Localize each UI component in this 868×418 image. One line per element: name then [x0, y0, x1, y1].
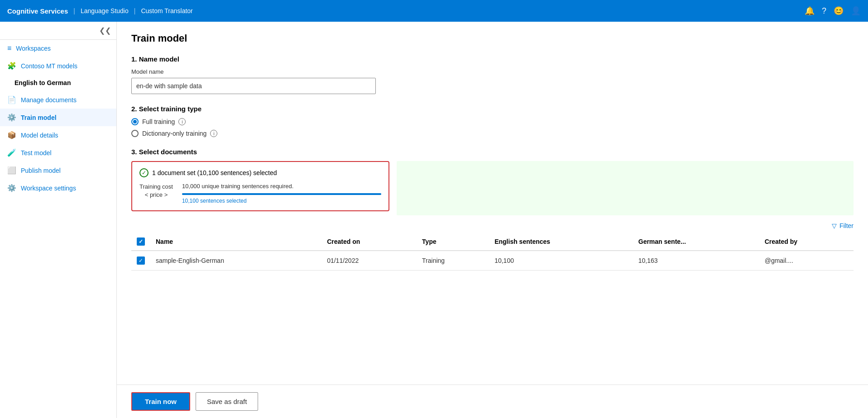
radio-dict-training[interactable]: Dictionary-only training i [131, 130, 854, 137]
row-created-by: @gmail.... [759, 251, 854, 271]
section-select-docs: 3. Select documents ✓ 1 document set (10… [131, 148, 854, 271]
train-now-button[interactable]: Train now [131, 392, 190, 411]
th-created-by: Created by [759, 233, 854, 251]
save-as-draft-button[interactable]: Save as draft [196, 392, 258, 411]
row-german-sentences: 10,163 [633, 251, 759, 271]
language-studio-link[interactable]: Language Studio [81, 7, 129, 14]
sidebar-label-model-details: Model details [21, 132, 58, 139]
custom-translator-link[interactable]: Custom Translator [141, 7, 192, 14]
cost-detail: 10,000 unique training sentences require… [182, 183, 381, 204]
th-german-sentences: German sente... [633, 233, 759, 251]
main-layout: ❮❮ ≡ Workspaces 🧩 Contoso MT models Engl… [0, 22, 868, 418]
user-icon[interactable]: 😊 [834, 6, 844, 16]
publish-model-icon: ⬜ [7, 166, 16, 175]
sidebar-item-model-details[interactable]: 📦 Model details [0, 126, 116, 144]
header-checkbox[interactable]: ✓ [137, 238, 145, 246]
model-name-input[interactable] [131, 78, 376, 94]
top-nav: Cognitive Services | Language Studio | C… [0, 0, 868, 22]
info-icon-full[interactable]: i [178, 118, 186, 125]
row-type: Training [417, 251, 489, 271]
account-icon[interactable]: 👤 [851, 6, 861, 16]
th-checkbox: ✓ [131, 233, 150, 251]
table-header-row: ✓ Name Created on Type English sentences… [131, 233, 854, 251]
radio-label-dict: Dictionary-only training [142, 130, 206, 137]
sidebar-collapse-button[interactable]: ❮❮ [99, 26, 111, 35]
model-name-label: Model name [131, 68, 854, 75]
table-body: ✓ sample-English-German 01/11/2022 Train… [131, 251, 854, 271]
green-highlight-area [397, 161, 854, 215]
sidebar: ❮❮ ≡ Workspaces 🧩 Contoso MT models Engl… [0, 22, 117, 418]
cost-required-text: 10,000 unique training sentences require… [182, 183, 381, 190]
sidebar-item-manage-docs[interactable]: 📄 Manage documents [0, 91, 116, 109]
manage-docs-icon: 📄 [7, 95, 16, 104]
radio-circle-dict [131, 130, 139, 137]
table-header: ✓ Name Created on Type English sentences… [131, 233, 854, 251]
section-training-type: 2. Select training type Full training i … [131, 105, 854, 137]
sidebar-item-train-model[interactable]: ⚙️ Train model [0, 109, 116, 126]
nav-sep-2: | [134, 7, 136, 14]
row-checkbox[interactable]: ✓ [137, 256, 145, 265]
section2-title: 2. Select training type [131, 105, 854, 113]
progress-label: 10,100 sentences selected [182, 198, 381, 204]
sidebar-item-publish-model[interactable]: ⬜ Publish model [0, 162, 116, 179]
table-row: ✓ sample-English-German 01/11/2022 Train… [131, 251, 854, 271]
sidebar-label-contoso: Contoso MT models [21, 62, 77, 70]
th-type: Type [417, 233, 489, 251]
sidebar-label-workspaces: Workspaces [16, 45, 51, 52]
sidebar-header: ❮❮ [0, 22, 116, 40]
status-header: ✓ 1 document set (10,100 sentences) sele… [139, 168, 381, 177]
th-english-sentences: English sentences [489, 233, 633, 251]
test-model-icon: 🧪 [7, 148, 16, 157]
radio-circle-full [131, 118, 139, 125]
section-name-model: 1. Name model Model name [131, 55, 854, 94]
workspaces-icon: ≡ [7, 44, 11, 52]
row-english-sentences: 10,100 [489, 251, 633, 271]
cost-price-text: < price > [145, 191, 168, 198]
filter-button[interactable]: ▽ Filter [832, 222, 854, 229]
action-bar: Train now Save as draft [117, 385, 868, 418]
sidebar-label-manage-docs: Manage documents [21, 96, 77, 104]
nav-sep-1: | [73, 7, 75, 14]
sidebar-item-workspace-settings[interactable]: ⚙️ Workspace settings [0, 179, 116, 197]
status-box: ✓ 1 document set (10,100 sentences) sele… [131, 161, 389, 211]
content-area: Train model 1. Name model Model name 2. … [117, 22, 868, 418]
sidebar-label-publish-model: Publish model [21, 167, 61, 174]
filter-label: Filter [839, 222, 854, 229]
train-model-icon: ⚙️ [7, 113, 16, 122]
model-details-icon: 📦 [7, 131, 16, 139]
bell-icon[interactable]: 🔔 [805, 6, 815, 16]
help-icon[interactable]: ? [822, 6, 826, 16]
sidebar-item-contoso[interactable]: 🧩 Contoso MT models [0, 57, 116, 75]
sidebar-label-train-model: Train model [21, 114, 57, 121]
progress-bar-fill [182, 193, 381, 195]
page-title: Train model [131, 33, 854, 44]
nav-icons: 🔔 ? 😊 👤 [805, 6, 861, 16]
info-icon-dict[interactable]: i [210, 130, 217, 137]
sidebar-item-workspaces[interactable]: ≡ Workspaces [0, 40, 116, 57]
sidebar-label-workspace-settings: Workspace settings [21, 185, 76, 192]
filter-icon: ▽ [832, 222, 837, 229]
section1-title: 1. Name model [131, 55, 854, 63]
cost-label-text: Training cost [139, 183, 173, 190]
status-text: 1 document set (10,100 sentences) select… [152, 169, 277, 176]
th-created-on: Created on [321, 233, 417, 251]
row-created-on: 01/11/2022 [321, 251, 417, 271]
progress-bar-wrap [182, 193, 381, 195]
content-inner: Train model 1. Name model Model name 2. … [117, 22, 868, 385]
brand-label: Cognitive Services [7, 7, 68, 15]
status-check-icon: ✓ [139, 168, 149, 177]
sidebar-item-test-model[interactable]: 🧪 Test model [0, 144, 116, 162]
radio-full-training[interactable]: Full training i [131, 118, 854, 125]
sidebar-item-english-german[interactable]: English to German [0, 75, 116, 91]
cost-label: Training cost < price > [139, 183, 173, 199]
sidebar-label-english-german: English to German [14, 79, 71, 86]
cost-row: Training cost < price > 10,000 unique tr… [139, 183, 381, 204]
row-checkbox-cell: ✓ [131, 251, 150, 271]
documents-table: ✓ Name Created on Type English sentences… [131, 233, 854, 271]
contoso-icon: 🧩 [7, 62, 16, 70]
th-name: Name [150, 233, 321, 251]
workspace-settings-icon: ⚙️ [7, 184, 16, 192]
radio-label-full: Full training [142, 118, 175, 125]
sidebar-label-test-model: Test model [21, 149, 52, 157]
section3-title: 3. Select documents [131, 148, 854, 156]
